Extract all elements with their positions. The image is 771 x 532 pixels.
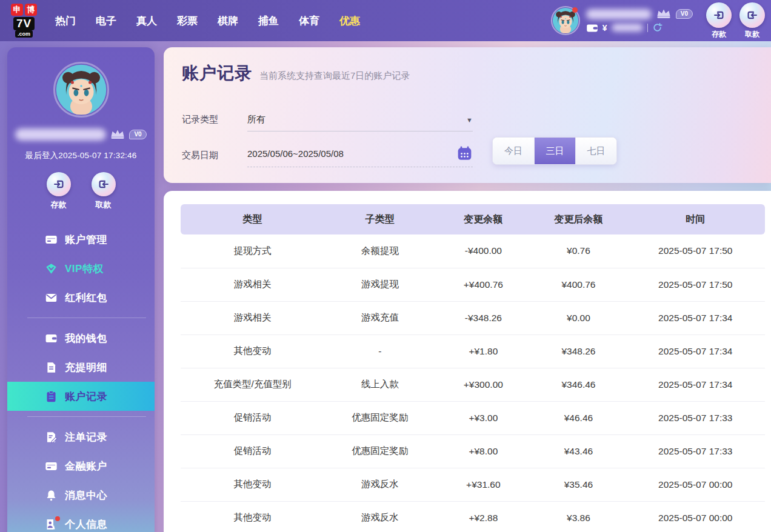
clipboard-icon (45, 390, 58, 403)
sidebar-item-1[interactable]: 账户管理 (7, 225, 155, 254)
nav-item-3[interactable]: 真人 (136, 14, 157, 28)
sidebar-item-11[interactable]: 消息中心 (7, 480, 155, 510)
table-row: 促销活动优惠固定奖励+¥3.00¥46.462025-05-07 17:33 (181, 401, 765, 434)
divider (647, 24, 648, 32)
table-cell: 游戏充值 (324, 301, 435, 334)
quick-range-button-1[interactable]: 今日 (493, 138, 534, 164)
table-cell: ¥400.76 (531, 268, 626, 301)
sidebar-item-7[interactable]: 账户记录 (7, 382, 155, 411)
wallet-icon (45, 332, 58, 345)
table-cell: +¥1.80 (435, 334, 531, 368)
records-table: 类型子类型变更余额变更后余额时间 提现方式余额提现-¥400.00¥0.7620… (181, 204, 765, 532)
table-cell: 其他变动 (181, 501, 324, 532)
table-cell: 促销活动 (181, 401, 324, 434)
balance-redacted (612, 24, 643, 32)
user-cluster: V0 ¥ (551, 6, 693, 35)
table-cell: ¥3.86 (531, 501, 626, 532)
table-header-cell: 变更后余额 (531, 204, 626, 234)
topbar-right: V0 ¥ (551, 2, 765, 39)
table-header-cell: 子类型 (324, 204, 435, 234)
card-icon (45, 460, 58, 473)
table-cell: -¥400.00 (435, 234, 531, 268)
calendar-icon[interactable] (456, 145, 473, 161)
topbar: 申 博 7V .com 热门电子真人彩票棋牌捕鱼体育优惠 (0, 0, 771, 41)
table-cell: +¥31.60 (435, 468, 531, 501)
sidebar-item-2[interactable]: VIP特权 (7, 254, 155, 283)
table-cell: 游戏提现 (324, 268, 435, 301)
logo-main-text: 7V (13, 17, 35, 30)
sidebar-item-label: 注单记录 (65, 430, 107, 444)
table-cell: ¥35.46 (531, 468, 626, 501)
date-range-input[interactable]: 2025/05/06~2025/05/08 (247, 145, 473, 167)
nav-item-7[interactable]: 体育 (299, 14, 319, 28)
withdraw-button[interactable]: 取款 (739, 2, 765, 39)
username-redacted (15, 128, 106, 141)
nav-item-2[interactable]: 电子 (96, 14, 116, 28)
vip-level-badge: V0 (129, 130, 146, 139)
notification-dot (572, 7, 578, 13)
table-row: 游戏相关游戏提现+¥400.76¥400.762025-05-07 17:50 (181, 268, 765, 301)
user-info: V0 ¥ (586, 8, 693, 33)
quick-range-button-3[interactable]: 七日 (575, 138, 616, 164)
records-panel: 类型子类型变更余额变更后余额时间 提现方式余额提现-¥400.00¥0.7620… (164, 191, 771, 532)
deposit-button[interactable]: 存款 (47, 172, 71, 210)
quick-range-button-2[interactable]: 三日 (534, 138, 575, 164)
deposit-label: 存款 (51, 199, 67, 210)
avatar-image (55, 64, 107, 116)
table-cell: -¥348.26 (435, 301, 531, 334)
table-cell: 充值类型/充值型别 (181, 368, 324, 401)
deposit-button[interactable]: 存款 (706, 2, 732, 39)
sidebar-item-3[interactable]: 红利红包 (7, 283, 155, 312)
refresh-balance-icon[interactable] (652, 22, 663, 33)
avatar[interactable] (53, 62, 109, 118)
table-cell: 2025-05-07 17:34 (626, 334, 765, 368)
site-logo[interactable]: 申 博 7V .com (11, 4, 37, 38)
table-cell: +¥2.88 (435, 501, 531, 532)
avatar[interactable] (551, 6, 580, 35)
sidebar-item-10[interactable]: 金融账户 (7, 451, 155, 480)
sidebar-item-label: 红利红包 (65, 291, 107, 305)
table-header-cell: 变更余额 (435, 204, 531, 234)
table-row: 提现方式余额提现-¥400.00¥0.762025-05-07 17:50 (181, 234, 765, 268)
table-cell: ¥346.46 (531, 368, 626, 401)
envelope-icon (45, 291, 58, 304)
deposit-label: 存款 (712, 29, 726, 39)
file-icon (45, 361, 58, 374)
table-header-cell: 时间 (626, 204, 765, 234)
date-range-label: 交易日期 (182, 150, 247, 167)
table-row: 其他变动游戏反水+¥2.88¥3.862025-05-07 00:00 (181, 501, 765, 532)
wallet-icon (586, 23, 598, 33)
table-cell: 游戏相关 (181, 301, 324, 334)
nav-item-6[interactable]: 捕鱼 (258, 14, 279, 28)
menu-divider (27, 318, 146, 318)
withdraw-icon (92, 172, 116, 196)
nav-item-4[interactable]: 彩票 (177, 14, 198, 28)
table-cell: +¥3.00 (435, 401, 531, 434)
sidebar-item-label: 账户记录 (65, 390, 107, 404)
sidebar-item-9[interactable]: 注单记录 (7, 422, 155, 451)
sidebar-menu: 账户管理VIP特权红利红包我的钱包充提明细账户记录注单记录金融账户消息中心个人信… (7, 225, 155, 532)
sidebar-actions: 存款 取款 (7, 172, 155, 210)
sidebar: V0 最后登入2025-05-07 17:32:46 存款 取款 账户管理VIP… (7, 47, 155, 532)
nav-item-5[interactable]: 棋牌 (218, 14, 238, 28)
sidebar-item-label: 个人信息 (65, 517, 107, 531)
table-row: 其他变动-+¥1.80¥348.262025-05-07 17:34 (181, 334, 765, 368)
table-cell: +¥400.76 (435, 268, 531, 301)
withdraw-button[interactable]: 取款 (92, 172, 116, 210)
table-cell: +¥8.00 (435, 434, 531, 468)
sidebar-item-5[interactable]: 我的钱包 (7, 324, 155, 353)
table-header-row: 类型子类型变更余额变更后余额时间 (181, 204, 765, 234)
top-navigation: 热门电子真人彩票棋牌捕鱼体育优惠 (55, 14, 360, 28)
sidebar-item-12[interactable]: 个人信息 (7, 510, 155, 532)
table-cell: ¥46.46 (531, 401, 626, 434)
nav-item-1[interactable]: 热门 (55, 14, 76, 28)
sidebar-item-label: VIP特权 (65, 262, 104, 276)
nav-item-8[interactable]: 优惠 (339, 14, 360, 28)
person-icon (45, 518, 58, 531)
record-type-select[interactable]: 所有 ▼ (247, 114, 473, 131)
sidebar-item-6[interactable]: 充提明细 (7, 353, 155, 382)
file-pen-icon (45, 431, 58, 444)
withdraw-label: 取款 (96, 199, 112, 210)
quick-date-buttons: 今日三日七日 (492, 137, 617, 165)
table-cell: 2025-05-07 17:34 (626, 301, 765, 334)
